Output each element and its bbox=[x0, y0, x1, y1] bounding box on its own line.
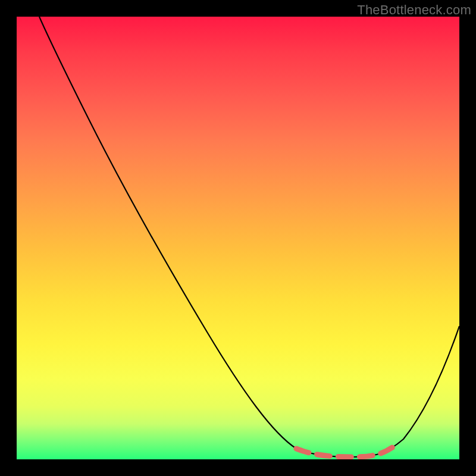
chart-plot-area bbox=[17, 17, 459, 459]
bottleneck-curve-line bbox=[39, 17, 459, 457]
optimal-range-dash bbox=[296, 443, 399, 457]
watermark-text: TheBottleneck.com bbox=[357, 2, 471, 18]
chart-svg bbox=[17, 17, 459, 459]
